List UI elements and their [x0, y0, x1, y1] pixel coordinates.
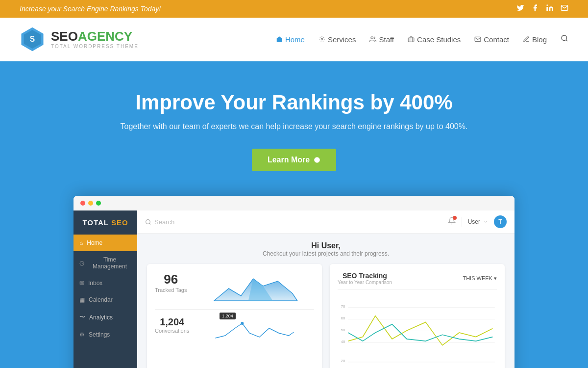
- search-icon[interactable]: [561, 34, 568, 45]
- mountain-chart: [193, 274, 314, 303]
- home-nav-icon: ⌂: [79, 239, 83, 246]
- svg-text:S: S: [30, 35, 35, 43]
- dashboard-search-label: Search: [154, 218, 174, 226]
- header: S SEOAGENCY TOTAL WORDPRESS THEME Home S…: [0, 18, 588, 61]
- inbox-nav-icon: ✉: [79, 280, 84, 287]
- nav-home-label: Home: [285, 35, 305, 44]
- notification-badge[interactable]: [448, 217, 456, 227]
- learn-more-label: Learn More: [268, 156, 310, 164]
- user-chip[interactable]: User: [468, 218, 488, 225]
- nav-case-studies[interactable]: Case Studies: [408, 35, 461, 44]
- nav-home[interactable]: Home: [276, 35, 305, 44]
- sidebar-item-inbox-label: Inbox: [88, 280, 102, 287]
- seo-tracking-chart: 70 60 50 40 20: [338, 293, 497, 368]
- facebook-icon[interactable]: [531, 4, 539, 14]
- nav-services[interactable]: Services: [318, 35, 356, 44]
- nav-blog[interactable]: Blog: [523, 35, 547, 44]
- notification-dot: [453, 216, 457, 220]
- learn-more-button[interactable]: Learn More: [252, 149, 336, 171]
- logo-seo: SEO: [51, 29, 78, 44]
- seo-tracking-card: SEO Tracking Year to Year Comparison THI…: [330, 264, 505, 368]
- conversations-stat: 1,204: [155, 316, 189, 328]
- svg-text:40: 40: [341, 340, 345, 344]
- svg-text:60: 60: [341, 316, 345, 320]
- stats-card: 96 Tracked Tags: [147, 264, 322, 368]
- titlebar-dot-red: [80, 201, 85, 206]
- top-bar: Increase your Search Engine Rankings Tod…: [0, 0, 588, 18]
- email-icon[interactable]: [561, 4, 568, 14]
- dashboard-search: Search: [145, 218, 174, 226]
- svg-line-12: [149, 223, 150, 224]
- conversations-label: Conversations: [155, 328, 189, 334]
- sidebar-item-settings[interactable]: ⚙ Settings: [74, 326, 137, 343]
- seo-tracking-title: SEO Tracking: [338, 272, 392, 280]
- sidebar-item-home-label: Home: [87, 239, 102, 246]
- dashboard-search-icon: [145, 219, 151, 225]
- hero-title: Improve Your Rankings by 400%: [20, 91, 568, 114]
- week-label: THIS WEEK: [463, 275, 492, 281]
- social-icons: [516, 4, 568, 14]
- logo-subtitle: TOTAL WORDPRESS THEME: [51, 44, 139, 49]
- sidebar-item-settings-label: Settings: [89, 331, 110, 338]
- nav-services-label: Services: [328, 35, 356, 44]
- time-nav-icon: ◷: [79, 260, 84, 266]
- twitter-icon[interactable]: [516, 4, 524, 14]
- sidebar-item-calendar-label: Calendar: [89, 296, 113, 303]
- week-select[interactable]: THIS WEEK ▾: [463, 275, 497, 282]
- sidebar-brand: TOTAL SEO: [74, 210, 137, 235]
- chevron-down-icon: [483, 219, 488, 224]
- seo-card-header: SEO Tracking Year to Year Comparison THI…: [338, 272, 497, 285]
- sidebar-item-home[interactable]: ⌂ Home: [74, 235, 137, 251]
- logo-agency: AGENCY: [78, 29, 132, 44]
- nav-staff-label: Staff: [379, 35, 394, 44]
- analytics-nav-icon: 〜: [79, 313, 85, 321]
- greeting-sub: Checkout your latest projects and their …: [147, 250, 505, 257]
- svg-text:50: 50: [341, 328, 345, 332]
- sidebar-item-calendar[interactable]: ▦ Calendar: [74, 291, 137, 308]
- svg-point-7: [562, 35, 567, 41]
- sidebar-item-analytics-label: Analytics: [89, 314, 113, 321]
- nav-contact[interactable]: Contact: [474, 35, 509, 44]
- top-bar-message: Increase your Search Engine Rankings Tod…: [20, 5, 161, 13]
- chart-tooltip: 1,204: [220, 313, 236, 319]
- dashboard-topbar: Search User T: [137, 210, 514, 234]
- svg-text:20: 20: [341, 359, 345, 363]
- linkedin-icon[interactable]: [546, 4, 554, 14]
- svg-point-11: [146, 219, 150, 224]
- main-nav: Home Services Staff Case Studies Contact…: [276, 34, 568, 45]
- logo: S SEOAGENCY TOTAL WORDPRESS THEME: [20, 26, 139, 52]
- nav-blog-label: Blog: [532, 35, 547, 44]
- sidebar-brand-seo: SEO: [111, 218, 128, 227]
- dashboard-mockup: TOTAL SEO ⌂ Home ◷ Time Management ✉ Inb…: [74, 196, 514, 368]
- mockup-titlebar: [74, 196, 514, 210]
- greeting: Hi User,: [147, 241, 505, 250]
- svg-point-5: [371, 37, 373, 39]
- nav-staff[interactable]: Staff: [369, 35, 394, 44]
- svg-text:70: 70: [341, 304, 345, 309]
- line-chart-small: [195, 318, 314, 345]
- sidebar-item-analytics[interactable]: 〜 Analytics: [74, 308, 137, 326]
- sidebar-brand-total: TOTAL: [82, 218, 111, 227]
- svg-point-4: [321, 38, 323, 40]
- user-avatar: T: [494, 215, 507, 228]
- topbar-divider: [462, 217, 462, 227]
- cards-row: 96 Tracked Tags: [147, 264, 505, 368]
- sidebar-item-time-label: Time Management: [88, 256, 131, 270]
- dashboard-topbar-right: User T: [448, 215, 507, 228]
- svg-line-8: [566, 40, 567, 41]
- hero-subtitle: Together with our team of experts we can…: [20, 122, 568, 131]
- dashboard-content: Hi User, Checkout your latest projects a…: [137, 234, 514, 368]
- sidebar-item-inbox[interactable]: ✉ Inbox: [74, 275, 137, 291]
- nav-case-studies-label: Case Studies: [417, 35, 461, 44]
- settings-nav-icon: ⚙: [79, 331, 85, 338]
- svg-point-15: [241, 322, 244, 325]
- tracked-tags-stat: 96: [155, 272, 187, 287]
- nav-contact-label: Contact: [484, 35, 509, 44]
- sidebar-item-time[interactable]: ◷ Time Management: [74, 251, 137, 275]
- calendar-nav-icon: ▦: [79, 296, 85, 303]
- seo-tracking-sub: Year to Year Comparison: [338, 280, 392, 285]
- arrow-right-icon: [314, 157, 320, 163]
- svg-point-0: [546, 4, 548, 6]
- titlebar-dot-yellow: [88, 201, 93, 206]
- logo-icon: S: [20, 26, 45, 52]
